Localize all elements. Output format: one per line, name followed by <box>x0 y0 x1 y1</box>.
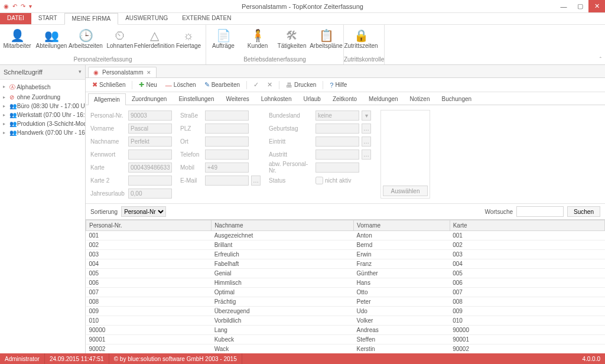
ribbon-taetigkeiten-button[interactable]: 🛠Tätigkeiten <box>275 27 309 55</box>
ribbon-lohnarten-button[interactable]: ⏲Lohnarten <box>103 27 137 55</box>
sidebar-item[interactable]: ⊘ ohne Zuordnung <box>1 93 84 102</box>
minimize-button[interactable]: — <box>555 0 572 12</box>
table-row[interactable]: 90001KubeckSteffen90001 <box>86 335 605 344</box>
field-input[interactable] <box>205 110 249 121</box>
ribbon-arbeitsplaene-button[interactable]: 📋Arbeitspläne <box>309 27 343 55</box>
sidebar-item[interactable]: 👥 Werkstatt (07:00 Uhr - 16:00 Uhr) <box>1 110 84 119</box>
field-input[interactable] <box>205 124 249 134</box>
dropdown-icon[interactable]: ▾ <box>362 110 371 121</box>
print-button[interactable]: 🖶Drucken <box>283 80 319 90</box>
qa-icon-1[interactable]: ↶ <box>12 3 17 9</box>
ribbon-auftraege-button[interactable]: 📄Aufträge <box>206 27 240 55</box>
sidebar-item[interactable]: 👥 Produktion (3-Schicht-Modell) <box>1 119 84 128</box>
sidebar-header[interactable]: Schnellzugriff <box>0 65 85 80</box>
cancel-button[interactable]: ✕ <box>264 80 275 90</box>
field-input[interactable] <box>205 150 249 160</box>
menu-tab-auswertung[interactable]: AUSWERTUNG <box>118 13 175 24</box>
field-label: Jahresurlaub <box>90 190 126 197</box>
field-input[interactable] <box>205 176 249 186</box>
sidebar-item[interactable]: 👥 Handwerk (07:00 Uhr - 16:00 Uhr) <box>1 128 84 137</box>
subtab-zeitkonto[interactable]: Zeitkonto <box>327 93 363 105</box>
subtab-lohnkosten[interactable]: Lohnkosten <box>255 93 298 105</box>
picker-icon[interactable]: … <box>362 150 371 160</box>
save-button[interactable]: ✓ <box>251 80 262 90</box>
close-window-button[interactable]: ✕ <box>588 0 605 12</box>
qa-icon-3[interactable]: ▾ <box>29 3 32 9</box>
table-row[interactable]: 007OptimalOtto007 <box>86 288 605 297</box>
column-header[interactable]: Karte <box>450 220 604 231</box>
subtab-notizen[interactable]: Notizen <box>404 93 436 105</box>
picker-icon[interactable]: … <box>362 124 371 134</box>
subtab-zuordnungen[interactable]: Zuordnungen <box>126 93 173 105</box>
table-row[interactable]: 009ÜberzeugendUdo009 <box>86 307 605 316</box>
not-active-checkbox[interactable] <box>315 177 323 184</box>
table-row[interactable]: 003ErfreulichErwin003 <box>86 250 605 259</box>
field-input[interactable] <box>315 124 359 134</box>
field-input[interactable] <box>128 150 172 160</box>
table-row[interactable]: 001AusgezeichnetAnton001 <box>86 231 605 240</box>
sidebar-item[interactable]: Ⓐ Alphabetisch <box>1 82 84 93</box>
choose-image-button[interactable]: Auswählen <box>383 186 428 196</box>
subtab-einstellungen[interactable]: Einstellungen <box>173 93 220 105</box>
field-input[interactable] <box>315 136 359 147</box>
document-tab-close-icon[interactable]: ✕ <box>147 70 151 76</box>
field-input[interactable] <box>128 176 172 186</box>
qa-icon-2[interactable]: ↷ <box>21 3 25 9</box>
field-input[interactable] <box>128 188 172 199</box>
subtab-weiteres[interactable]: Weiteres <box>220 93 255 105</box>
sidebar-item[interactable]: 👥 Büro (08:30 Uhr - 17:00 Uhr) <box>1 102 84 110</box>
picker-icon[interactable]: … <box>362 136 371 147</box>
field-input[interactable] <box>315 110 359 121</box>
ribbon-feiertage-button[interactable]: ☼Feiertage <box>171 27 206 55</box>
field-input[interactable] <box>205 162 249 173</box>
table-cell: 005 <box>450 269 604 278</box>
ribbon-collapse-icon[interactable]: ˆ <box>600 57 601 63</box>
field-input[interactable] <box>128 136 172 147</box>
subtab-meldungen[interactable]: Meldungen <box>363 93 404 105</box>
subtab-buchungen[interactable]: Buchungen <box>435 93 477 105</box>
table-cell: Andreas <box>354 326 450 335</box>
ribbon-zutrittszeiten-button[interactable]: 🔒Zutrittszeiten <box>344 27 378 55</box>
ribbon-abteilungen-button[interactable]: 👥Abteilungen <box>34 27 69 55</box>
field-input[interactable] <box>205 136 249 147</box>
ribbon-mitarbeiter-button[interactable]: 👤Mitarbeiter <box>0 27 34 55</box>
subtab-allgemein[interactable]: Allgemein <box>88 93 126 105</box>
help-button[interactable]: ?Hilfe <box>327 80 350 90</box>
table-row[interactable]: 90000LangAndreas90000 <box>86 326 605 335</box>
search-input[interactable] <box>516 206 564 217</box>
table-row[interactable]: 006HimmlischHans006 <box>86 278 605 288</box>
table-row[interactable]: 002BrillantBernd002 <box>86 240 605 250</box>
document-tab-personalstamm[interactable]: ◉ Personalstamm ✕ <box>88 67 157 77</box>
ribbon-fehlerdefinition-button[interactable]: △Fehlerdefinition <box>137 27 171 55</box>
subtab-urlaub[interactable]: Urlaub <box>297 93 326 105</box>
table-row[interactable]: 004FabelhaftFranz004 <box>86 259 605 269</box>
edit-button[interactable]: ✎Bearbeiten <box>201 80 243 90</box>
field-input[interactable] <box>315 150 359 160</box>
field-input[interactable] <box>128 162 172 173</box>
field-input[interactable] <box>315 162 359 173</box>
menu-tab-externe-daten[interactable]: EXTERNE DATEN <box>175 13 238 24</box>
menu-tab-datei[interactable]: DATEI <box>0 13 31 24</box>
table-row[interactable]: 010VorbildlichVolker010 <box>86 316 605 326</box>
table-row[interactable]: 005GenialGünther005 <box>86 269 605 278</box>
table-row[interactable]: 90002WackKerstin90002 <box>86 344 605 354</box>
maximize-button[interactable]: ▢ <box>572 0 588 12</box>
field-input[interactable] <box>128 124 172 134</box>
menu-tab-meine-firma[interactable]: MEINE FIRMA <box>64 13 119 25</box>
field-input[interactable] <box>128 110 172 121</box>
column-header[interactable]: Nachname <box>212 220 354 231</box>
column-header[interactable]: Personal-Nr. <box>86 220 212 231</box>
sort-select[interactable]: Personal-Nr <box>121 206 166 217</box>
picker-icon[interactable]: … <box>251 176 261 186</box>
search-button[interactable]: Suchen <box>567 206 600 217</box>
ribbon-kunden-button[interactable]: 🧍Kunden <box>240 27 275 55</box>
delete-button[interactable]: —Löschen <box>162 80 199 90</box>
ribbon-arbeitszeiten-button[interactable]: 🕒Arbeitszeiten <box>69 27 103 55</box>
close-button[interactable]: ✖Schließen <box>89 80 128 90</box>
column-header[interactable]: Vorname <box>354 220 450 231</box>
tree-icon: 👥 <box>9 112 15 118</box>
new-button[interactable]: ✚Neu <box>136 80 160 90</box>
menu-tab-start[interactable]: START <box>31 13 64 24</box>
table-row[interactable]: 008PrächtigPeter008 <box>86 297 605 307</box>
table-cell: 005 <box>86 269 212 278</box>
